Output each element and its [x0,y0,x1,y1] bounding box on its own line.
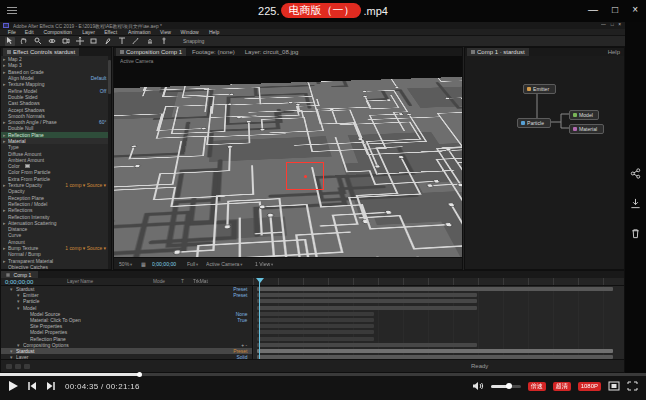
brush-tool-icon[interactable] [131,37,141,46]
menu-edit[interactable]: Edit [24,29,33,34]
color-swatch[interactable] [25,165,30,168]
menu-window[interactable]: Window [181,29,199,34]
layer-duration-bar[interactable] [257,337,374,341]
pan-behind-tool-icon[interactable] [75,37,85,46]
ae-minimize-button[interactable]: — [601,22,606,27]
node-model[interactable]: Model [569,110,599,120]
selection-rectangle[interactable] [286,162,324,190]
orbit-tool-icon[interactable] [47,37,57,46]
property-value[interactable]: Default [91,76,108,81]
share-icon[interactable] [629,167,642,180]
grid-guides-icon[interactable]: ▦ [141,261,146,267]
tab-stardust[interactable]: Comp 1 · stardust [467,48,529,56]
twirl-icon[interactable]: ▾ [17,342,22,347]
viewport-canvas[interactable]: Active Camera [114,56,462,257]
scrollbar[interactable] [108,56,111,269]
property-value[interactable]: 60° [99,120,108,125]
property-value[interactable]: Off [100,88,108,93]
layer-duration-bar[interactable] [257,324,374,328]
resolution-badge[interactable]: 1080P [578,382,601,391]
twirl-icon[interactable]: ▸ [3,246,7,251]
camera-tool-icon[interactable] [61,37,71,46]
twirl-icon[interactable]: ▸ [3,220,7,225]
layer-duration-bar[interactable] [257,299,477,303]
puppet-pin-tool-icon[interactable] [159,37,169,46]
layer-duration-bar[interactable] [257,349,613,353]
node-material[interactable]: Material [569,124,604,134]
play-button[interactable] [9,381,18,391]
volume-icon[interactable] [472,381,484,391]
twirl-icon[interactable]: ▸ [3,63,7,68]
layer-duration-bar[interactable] [257,343,477,347]
twirl-icon[interactable]: ▸ [3,258,7,263]
twirl-icon[interactable]: ▾ [17,299,22,304]
twirl-icon[interactable]: ▾ [10,287,15,292]
previous-button[interactable] [27,381,37,391]
view-layout-dropdown[interactable]: 1 View▾ [255,261,273,266]
layer-value[interactable]: Preset [233,349,252,354]
quality-badge[interactable]: 超清 [553,382,571,391]
effect-property-row[interactable]: Objective Catches [1,264,108,269]
twirl-icon[interactable]: ▾ [17,293,22,298]
clone-stamp-tool-icon[interactable] [145,37,155,46]
tab-effect-controls[interactable]: Effect Controls stardust [3,48,79,56]
twirl-icon[interactable]: ▾ [10,349,15,354]
toggle-icon[interactable] [24,364,30,369]
layer-duration-bar[interactable] [257,318,374,322]
fullscreen-icon[interactable] [627,381,638,391]
twirl-icon[interactable]: ▸ [3,132,7,137]
current-time-display[interactable]: 0;00;00;00 [5,279,33,285]
toggle-icon[interactable] [6,364,12,369]
camera-view-dropdown[interactable]: Active Camera▾ [206,261,242,266]
menu-animation[interactable]: Animation [128,29,151,34]
shape-tool-icon[interactable] [89,37,99,46]
menu-composition[interactable]: Composition [44,29,72,34]
stardust-help-link[interactable]: Help [608,48,624,56]
layer-value[interactable]: + - [241,342,252,347]
property-value[interactable]: 1 comp ▾ Source ▾ [66,246,108,251]
time-ruler[interactable] [253,278,624,285]
playhead-line[interactable] [259,278,260,359]
next-button[interactable] [46,381,56,391]
ae-close-button[interactable]: × [618,22,621,27]
hand-tool-icon[interactable] [19,37,29,46]
twirl-icon[interactable]: ▸ [3,183,7,188]
menu-icon[interactable] [7,7,17,15]
text-tool-icon[interactable] [117,37,127,46]
pen-tool-icon[interactable] [103,37,113,46]
layer-value[interactable]: None [235,311,252,316]
property-value[interactable]: 1 comp ▾ Source ▾ [66,183,108,188]
web-fullscreen-icon[interactable] [608,381,620,391]
zoom-level-dropdown[interactable]: 50%▾ [119,261,132,266]
minimize-button[interactable]: — [588,3,598,17]
ae-maximize-button[interactable]: □ [610,22,613,27]
trash-icon[interactable] [629,227,642,240]
layer-duration-bar[interactable] [257,306,477,310]
layer-value[interactable]: Preset [233,293,252,298]
menu-help[interactable]: Help [208,29,218,34]
node-particle[interactable]: Particle [517,118,551,128]
download-icon[interactable] [629,197,642,210]
twirl-icon[interactable]: ▾ [17,305,22,310]
menu-view[interactable]: View [160,29,171,34]
close-button[interactable]: × [632,3,638,17]
seek-bar[interactable] [0,373,646,376]
zoom-tool-icon[interactable] [33,37,43,46]
layer-duration-bar[interactable] [257,287,613,291]
node-graph[interactable]: EmitterParticleModelMaterial [465,56,624,269]
twirl-icon[interactable]: ▸ [3,139,7,144]
layer-value[interactable]: Preset [233,287,252,292]
selection-tool-icon[interactable] [5,37,15,46]
node-emitter[interactable]: Emitter [523,84,556,94]
tab-composition[interactable]: Composition Comp 1 [116,48,186,56]
speed-badge[interactable]: 倍速 [528,382,546,391]
twirl-icon[interactable]: ▸ [3,120,7,125]
viewport-timecode[interactable]: 0;00;00;00 [152,261,176,266]
layer-duration-bar[interactable] [257,293,477,297]
menu-layer[interactable]: Layer [83,29,96,34]
track-area[interactable] [253,286,624,359]
volume-slider[interactable] [491,385,521,388]
seek-bar-knob[interactable] [137,372,142,377]
playhead-marker[interactable] [256,278,264,283]
maximize-button[interactable]: □ [612,3,618,17]
